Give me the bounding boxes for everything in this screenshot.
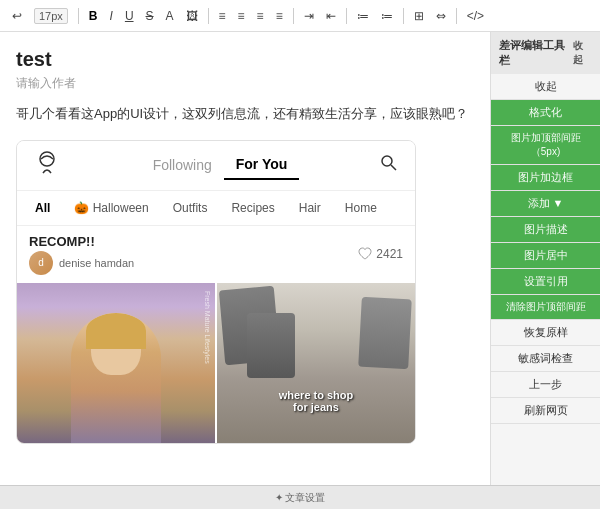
toolbar-font-size[interactable]: 17px: [30, 7, 72, 25]
image-grid: Fresh Mature Lifestyles where to shop fo…: [17, 283, 415, 443]
toolbar: ↩ 17px B I U S A 🖼 ≡ ≡ ≡ ≡ ⇥ ⇤ ≔ ≔ ⊞ ⇔ <…: [0, 0, 600, 32]
sidebar-sensitive-check-btn[interactable]: 敏感词检查: [491, 346, 600, 372]
svg-point-1: [382, 156, 392, 166]
user-avatar: d: [29, 251, 53, 275]
sidebar-refresh-btn[interactable]: 刷新网页: [491, 398, 600, 424]
svg-point-0: [40, 152, 54, 166]
like-number: 2421: [376, 247, 403, 261]
page-subtitle: 请输入作者: [16, 75, 474, 92]
content-area: test 请输入作者 哥几个看看这App的UI设计，这双列信息流，还有精致生活分…: [0, 32, 490, 485]
toolbar-sep-5: [403, 8, 404, 24]
toolbar-strikethrough[interactable]: S: [142, 7, 158, 25]
toolbar-indent[interactable]: ⇥: [300, 7, 318, 25]
sidebar-clear-top-margin-btn[interactable]: 清除图片顶部间距: [491, 295, 600, 320]
sidebar-format-btn[interactable]: 格式化: [491, 100, 600, 126]
toolbar-ordered-list[interactable]: ≔: [377, 7, 397, 25]
toolbar-underline[interactable]: U: [121, 7, 138, 25]
left-image-text-overlay: Fresh Mature Lifestyles: [204, 291, 211, 364]
sidebar-collapse[interactable]: 收起: [573, 39, 592, 67]
font-size-value[interactable]: 17px: [34, 8, 68, 24]
toolbar-outdent[interactable]: ⇤: [322, 7, 340, 25]
svg-line-2: [391, 165, 396, 170]
toolbar-sep-3: [293, 8, 294, 24]
jeans-container: [217, 283, 415, 443]
toolbar-align-justify[interactable]: ≡: [272, 7, 287, 25]
tab-following[interactable]: Following: [141, 151, 224, 179]
sidebar-restore-btn[interactable]: 恢复原样: [491, 320, 600, 346]
category-halloween[interactable]: 🎃 🎃 HalloweenHalloween: [68, 199, 154, 217]
category-home[interactable]: Home: [339, 199, 383, 217]
right-image: where to shop for jeans: [217, 283, 415, 443]
like-count: 2421: [358, 247, 403, 261]
category-recipes[interactable]: Recipes: [225, 199, 280, 217]
sidebar-set-quote-btn[interactable]: 设置引用: [491, 269, 600, 295]
sidebar-undo-btn[interactable]: 上一步: [491, 372, 600, 398]
category-outfits[interactable]: Outfits: [167, 199, 214, 217]
category-bar: All 🎃 🎃 HalloweenHalloween Outfits Recip…: [17, 191, 415, 226]
sidebar-img-center-btn[interactable]: 图片居中: [491, 243, 600, 269]
heart-icon: [358, 247, 372, 261]
toolbar-align-center[interactable]: ≡: [234, 7, 249, 25]
main-layout: test 请输入作者 哥几个看看这App的UI设计，这双列信息流，还有精致生活分…: [0, 32, 600, 485]
toolbar-image[interactable]: 🖼: [182, 7, 202, 25]
sidebar-title: 差评编辑工具栏: [499, 38, 573, 68]
toolbar-bold[interactable]: B: [85, 7, 102, 25]
sidebar-header: 差评编辑工具栏 收起: [491, 32, 600, 74]
recomp-section: RECOMP!! d denise hamdan 2421: [17, 226, 415, 283]
bottom-article-settings[interactable]: ✦ 文章设置: [275, 491, 326, 505]
page-title: test: [16, 48, 474, 71]
search-icon[interactable]: [379, 153, 399, 178]
toolbar-sep-2: [208, 8, 209, 24]
app-mockup: Following For You All 🎃 🎃 HalloweenHallo…: [16, 140, 416, 444]
recomp-label: RECOMP!!: [29, 234, 134, 249]
sidebar-collapse-btn[interactable]: 收起: [491, 74, 600, 100]
sidebar-img-desc-btn[interactable]: 图片描述: [491, 217, 600, 243]
sidebar-img-top-margin-btn[interactable]: 图片加顶部间距（5px): [491, 126, 600, 165]
app-nav: Following For You: [17, 141, 415, 191]
toolbar-list[interactable]: ≔: [353, 7, 373, 25]
left-image-content: Fresh Mature Lifestyles: [17, 283, 215, 443]
right-sidebar: 差评编辑工具栏 收起 收起 格式化 图片加顶部间距（5px) 图片加边框 添加 …: [490, 32, 600, 485]
page-description: 哥几个看看这App的UI设计，这双列信息流，还有精致生活分享，应该眼熟吧？: [16, 104, 474, 124]
tab-for-you[interactable]: For You: [224, 150, 300, 180]
user-name: denise hamdan: [59, 257, 134, 269]
toolbar-link[interactable]: ⇔: [432, 7, 450, 25]
left-image: Fresh Mature Lifestyles: [17, 283, 215, 443]
app-nav-tabs: Following For You: [141, 150, 300, 180]
right-image-text: where to shop for jeans: [279, 389, 354, 413]
category-all[interactable]: All: [29, 199, 56, 217]
toolbar-sep-4: [346, 8, 347, 24]
app-logo-icon: [33, 149, 61, 182]
sidebar-img-border-btn[interactable]: 图片加边框: [491, 165, 600, 191]
toolbar-sep-6: [456, 8, 457, 24]
recomp-user: d denise hamdan: [29, 251, 134, 275]
toolbar-sep-1: [78, 8, 79, 24]
toolbar-italic[interactable]: I: [106, 7, 117, 25]
bottom-bar: ✦ 文章设置: [0, 485, 600, 509]
toolbar-align-right[interactable]: ≡: [253, 7, 268, 25]
toolbar-align-left[interactable]: ≡: [215, 7, 230, 25]
toolbar-code[interactable]: </>: [463, 7, 488, 25]
sidebar-add-btn[interactable]: 添加 ▼: [491, 191, 600, 217]
toolbar-color[interactable]: A: [162, 7, 178, 25]
toolbar-table[interactable]: ⊞: [410, 7, 428, 25]
category-hair[interactable]: Hair: [293, 199, 327, 217]
toolbar-undo-icon[interactable]: ↩: [8, 7, 26, 25]
